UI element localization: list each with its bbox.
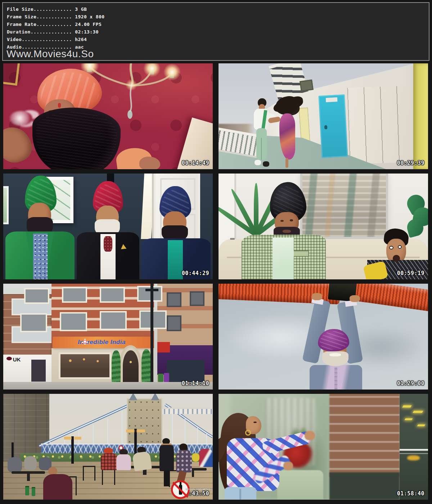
timestamp-overlay: 01:14:10 <box>182 380 209 387</box>
screenshot-2: 00:29:39 <box>219 63 428 169</box>
blue-jeans <box>225 487 256 500</box>
gripping-hand <box>350 295 360 302</box>
red-sign-patch <box>157 342 170 352</box>
blue-patterned-shirt <box>33 234 48 279</box>
white-beard <box>322 351 348 366</box>
window <box>190 291 204 306</box>
timestamp-overlay: 00:59:19 <box>397 270 424 276</box>
hand <box>305 431 315 440</box>
timestamp-overlay: 00:44:29 <box>182 270 209 276</box>
window <box>167 292 181 307</box>
info-line-video: Video................. h264 <box>7 36 429 43</box>
beer-bottle <box>32 487 35 496</box>
gripping-hand <box>312 293 322 300</box>
yellow-end-wall <box>413 63 428 169</box>
ceiling-light <box>417 424 425 426</box>
screenshot-1: 00:14:49 <box>3 63 213 169</box>
teal-shirt <box>168 240 183 279</box>
timestamp-overlay: 00:29:39 <box>397 160 424 166</box>
screenshot-4: 00:59:19 <box>219 174 428 279</box>
patterned-shirt-man <box>199 449 213 467</box>
media-info-sheet: File Size............. 3 GB Frame Size..… <box>0 0 432 504</box>
paisley-cravat <box>104 236 112 252</box>
green-bin <box>158 374 163 382</box>
elder-red-turban <box>77 181 140 279</box>
tilak-mark <box>58 103 61 108</box>
pavement <box>3 382 213 390</box>
white-rail <box>400 449 428 451</box>
pink-top-woman <box>116 454 131 470</box>
screenshot-8: 01:58:40 <box>219 394 428 500</box>
upper-walkway <box>161 408 213 414</box>
cafe-table <box>12 471 45 474</box>
flower-icon <box>83 340 87 343</box>
restaurant-sign: Incredible India <box>53 337 151 348</box>
dancing-man <box>252 98 273 168</box>
restaurant-window <box>59 352 111 379</box>
screenshot-3: 00:44:29 <box>3 174 213 279</box>
info-line-frame-rate: Frame Rate............ 24.00 FPS <box>7 21 429 28</box>
hoop-earring <box>245 430 251 436</box>
metal-chair <box>83 466 95 481</box>
mint-shirt <box>273 238 294 279</box>
spinning-woman <box>273 99 302 169</box>
info-line-duration: Duration.............. 02:13:30 <box>7 28 429 36</box>
timestamp-overlay: 00:14:49 <box>182 160 209 166</box>
window <box>100 287 125 303</box>
floral-dress-woman <box>176 450 192 472</box>
magenta-dress <box>279 113 295 159</box>
man-navy-turban <box>141 186 211 279</box>
window <box>20 313 48 332</box>
window <box>137 286 162 302</box>
timestamp-overlay: 01:58:40 <box>397 490 424 497</box>
window <box>62 287 87 303</box>
site-watermark: Www.Movies4u.So <box>6 48 94 60</box>
suit-torso <box>310 365 362 390</box>
alcohol-warning-text: ALCOHOL CONSUMPTION IS INJURIOUS <box>185 488 212 490</box>
track-jacket <box>254 109 269 130</box>
screenshot-grid: 00:14:49 <box>3 63 428 500</box>
info-line-file-size: File Size............. 3 GB <box>7 5 429 13</box>
lamp-post <box>71 436 73 464</box>
long-black-beard <box>32 108 120 169</box>
shop-logo <box>6 357 12 360</box>
woman-leg <box>285 158 288 168</box>
dark-entrance <box>167 360 204 383</box>
hand <box>283 462 293 470</box>
info-line-frame-size: Frame Size............ 1920 x 800 <box>7 13 429 21</box>
ceiling-light <box>404 418 413 420</box>
dark-window <box>400 394 428 500</box>
ceiling-light <box>413 411 424 413</box>
ceiling-light <box>402 405 412 408</box>
man-check-suit <box>239 182 340 279</box>
plaid-shirt-man <box>101 453 118 470</box>
media-info-panel: File Size............. 3 GB Frame Size..… <box>2 2 429 61</box>
cyan-door <box>319 94 348 158</box>
maroon-sweater-man <box>43 474 72 500</box>
cream-doors <box>347 86 413 164</box>
window <box>24 288 49 304</box>
beige-hoodie-man <box>132 451 152 471</box>
screenshot-6: 01:29:00 <box>219 284 428 390</box>
mint-pants <box>256 128 267 159</box>
pillar-base <box>329 472 400 500</box>
sage-planter <box>277 470 323 500</box>
door-handle <box>230 238 235 240</box>
seated-patron <box>24 456 37 470</box>
red-turban <box>104 448 113 454</box>
wall-vent <box>300 80 314 92</box>
beer-bottle <box>25 486 29 495</box>
window <box>60 312 87 331</box>
seated-patron <box>8 457 22 472</box>
black-shoe <box>263 161 269 167</box>
yellow-top-person <box>192 453 199 462</box>
metal-chair <box>102 468 116 485</box>
window <box>100 311 127 330</box>
reflected-vehicle <box>407 455 420 461</box>
purple-bin <box>164 373 169 382</box>
timestamp-overlay: 01:29:00 <box>397 380 424 387</box>
white-rail <box>400 453 428 454</box>
white-shoe <box>255 160 261 166</box>
blurred-brick-pillar <box>329 394 400 478</box>
screenshot-7: 01:43:50 ALCOHOL CONSUMPTION IS INJURIOU… <box>3 394 213 500</box>
